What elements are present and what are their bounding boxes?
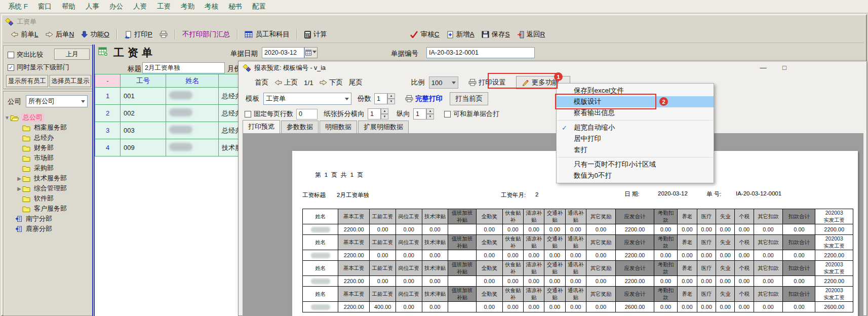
menubar-item-4[interactable]: 人事 [81, 1, 104, 13]
doc-date-input[interactable]: 2020-03-12 [262, 47, 304, 58]
toolbar-button-计算[interactable]: 计算 [301, 28, 331, 41]
payslip-value-cell: 2200.00 [815, 276, 853, 287]
toolbar-button-功能[interactable]: 功能O [77, 28, 113, 41]
full-print-button[interactable]: 完整打印 [402, 93, 446, 105]
tab-打印预览[interactable]: 打印预览 [243, 120, 280, 134]
company-select[interactable]: 所有公司 [26, 95, 88, 107]
doc-no-input[interactable]: IA-20-03-12-0001 [426, 47, 535, 58]
show-all-employees-button[interactable]: 显示所有员工 [6, 75, 48, 87]
menubar-item-2[interactable]: 窗口 [33, 1, 57, 13]
next-page-button[interactable]: 下页 [317, 76, 346, 89]
tree-item-档案服务部[interactable]: 档案服务部 [4, 123, 91, 133]
tree-item-财务部[interactable]: 财务部 [4, 143, 91, 153]
tree-item-综合管理部[interactable]: ▶综合管理部 [4, 183, 91, 193]
tree-item-技术服务部[interactable]: ▶技术服务部 [4, 173, 91, 183]
menubar-item-1[interactable]: 系统 F [3, 1, 33, 13]
menu-item-察看输出信息[interactable]: 察看输出信息 [557, 107, 714, 118]
report-date-label: 日 期: [624, 190, 639, 198]
payslip-header-cell: 考勤扣 款 [654, 261, 677, 276]
payslip-header-cell: 其它奖励 [586, 209, 615, 224]
menu-item-模版设计[interactable]: 模版设计 [557, 96, 714, 107]
calendar-dropdown-button[interactable] [304, 47, 318, 58]
folder-icon [22, 195, 30, 202]
toolbar-button-printer-icon[interactable] [156, 29, 171, 40]
menubar-item-8[interactable]: 考勤 [176, 1, 200, 13]
last-page-button[interactable]: 尾页 [346, 76, 366, 89]
fixed-rows-input[interactable]: 0 [296, 109, 318, 120]
menubar-item-10[interactable]: 秘书 [223, 1, 247, 13]
last-month-button[interactable]: 上月 [54, 49, 90, 60]
menubar-item-9[interactable]: 考核 [200, 1, 223, 13]
tree-item-鹿寨分部[interactable]: 鹿寨分部 [4, 224, 91, 234]
payslip-header-cell: 工龄工资 [370, 287, 396, 302]
tree-item-label: 综合管理部 [32, 184, 68, 193]
menu-item-套打[interactable]: 套打 [557, 144, 714, 155]
highlight-compare-label: 突出比较 [17, 50, 43, 59]
menubar-item-5[interactable]: 办公 [104, 1, 128, 13]
payslip-header-cell: 交通补 贴 [544, 209, 565, 224]
caption-input[interactable]: 2月工资单独 [142, 62, 225, 73]
tab-参数数据[interactable]: 参数数据 [281, 121, 319, 134]
fixed-rows-checkbox[interactable]: 固定每页行数 [245, 109, 293, 118]
toolbar-button-打印[interactable]: 打印P [121, 28, 156, 41]
tree-item-总经办[interactable]: 总经办 [4, 133, 91, 143]
menu-item-只有一页时不打印小计区域[interactable]: 只有一页时不打印小计区域 [557, 159, 714, 170]
tree-item-市场部[interactable]: 市场部 [4, 153, 91, 163]
payslip-header-cell: 岗位工资 [396, 209, 422, 224]
toolbar-button-不打印部门汇总[interactable]: 不打印部门汇总 [179, 28, 234, 41]
toolbar-button-前单[interactable]: 前单L [7, 28, 42, 41]
payslip-value-cell: 0.00 [523, 250, 544, 261]
show-sub-dept-checkbox[interactable]: ✓同时显示下级部门 [8, 63, 69, 72]
salary-month-value: 2 [535, 191, 538, 198]
toolbar-button-后单[interactable]: 后单N [42, 28, 78, 41]
payslip-name-cell [303, 224, 338, 235]
tab-扩展明细数据[interactable]: 扩展明细数据 [358, 121, 409, 134]
tab-明细数据[interactable]: 明细数据 [320, 121, 357, 134]
print-current-page-button[interactable]: 打当前页 [450, 92, 488, 105]
menubar-item-11[interactable]: 配置 [247, 1, 271, 13]
copies-stepper[interactable]: 1▲▼ [374, 93, 395, 104]
payslip-value-cell: 0.00 [754, 224, 783, 235]
minimize-button[interactable]: — [755, 62, 771, 73]
payslip-header-cell: 伙食贴 补 [502, 235, 523, 250]
scale-select[interactable]: 100 [429, 76, 458, 89]
menubar-item-6[interactable]: 人资 [128, 1, 152, 13]
tree-item-采购部[interactable]: 采购部 [4, 163, 91, 173]
toolbar-button-保存[interactable]: 保存S [478, 28, 514, 41]
menu-item-保存到excel文件[interactable]: 保存到excel文件 [557, 85, 714, 96]
payslip-value-cell: 0.00 [502, 224, 523, 235]
merge-print-checkbox[interactable]: 可和新单据合打 [444, 109, 499, 118]
payslip-value-cell: 0.00 [654, 250, 677, 261]
highlight-compare-checkbox[interactable]: 突出比较 [8, 50, 43, 59]
tree-expander-icon[interactable]: ▶ [16, 186, 22, 191]
menubar-item-7[interactable]: 工资 [152, 1, 176, 13]
payslip-value-cell: 0.00 [697, 224, 716, 235]
tree-item-南宁分部[interactable]: 南宁分部 [4, 214, 91, 224]
tree-item-客户服务部[interactable]: 客户服务部 [4, 204, 91, 214]
menu-item-居中打印[interactable]: 居中打印 [557, 133, 714, 144]
menu-item-数值为0不打[interactable]: 数值为0不打 [557, 170, 714, 181]
toolbar-button-员工和科目[interactable]: 员工和科目 [241, 28, 293, 41]
print-setup-button[interactable]: 打印设置 [465, 76, 509, 89]
select-employees-button[interactable]: 选择员工显示 [50, 75, 91, 87]
payslip-header-cell: 个税 [735, 287, 754, 302]
payroll-window-titlebar: 工资单 [2, 16, 36, 27]
toolbar-button-新增[interactable]: 新增A [443, 28, 478, 41]
prev-page-button[interactable]: 上页 [271, 76, 301, 89]
toolbar-button-审核[interactable]: 审核C [407, 28, 443, 41]
payslip-value-cell: 0.00 [476, 276, 502, 287]
tree-expander-icon[interactable]: ▼ [4, 115, 10, 121]
tree-item-总公司[interactable]: ▼总公司 [4, 112, 91, 123]
menu-item-超宽自动缩小[interactable]: ✓超宽自动缩小 [557, 122, 714, 133]
template-select[interactable]: 工资单 [263, 93, 351, 105]
menubar-item-3[interactable]: 帮助 [57, 1, 81, 13]
payslip-value-cell: 0.00 [735, 250, 754, 261]
first-page-button[interactable]: 首页 [252, 76, 271, 89]
employee-cell [166, 139, 219, 156]
tree-item-软件部[interactable]: 软件部 [4, 193, 91, 204]
tree-expander-icon[interactable]: ▶ [16, 176, 22, 181]
split-horizontal-stepper[interactable]: 1▲▼ [368, 108, 388, 120]
split-vertical-stepper[interactable]: 1▲▼ [413, 108, 434, 120]
toolbar-button-返回[interactable]: 返回R [514, 28, 549, 41]
maximize-button[interactable]: □ [776, 62, 793, 73]
